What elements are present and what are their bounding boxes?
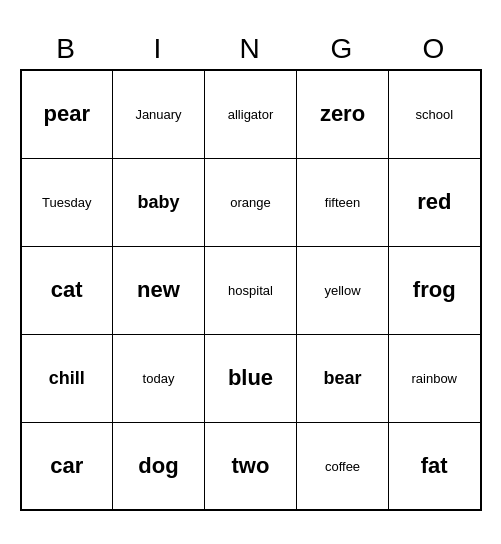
bingo-cell: school bbox=[389, 70, 481, 158]
bingo-cell: today bbox=[113, 334, 205, 422]
cell-text: new bbox=[137, 277, 180, 302]
bingo-cell: coffee bbox=[297, 422, 389, 510]
cell-text: rainbow bbox=[411, 371, 457, 386]
cell-text: alligator bbox=[228, 107, 274, 122]
cell-text: fat bbox=[421, 453, 448, 478]
cell-text: bear bbox=[323, 368, 361, 388]
bingo-cell: orange bbox=[205, 158, 297, 246]
bingo-cell: rainbow bbox=[389, 334, 481, 422]
bingo-cell: car bbox=[21, 422, 113, 510]
table-row: Tuesdaybabyorangefifteenred bbox=[21, 158, 481, 246]
bingo-cell: fat bbox=[389, 422, 481, 510]
bingo-grid: pearJanuaryalligatorzeroschoolTuesdaybab… bbox=[20, 69, 482, 511]
cell-text: hospital bbox=[228, 283, 273, 298]
bingo-cell: cat bbox=[21, 246, 113, 334]
cell-text: frog bbox=[413, 277, 456, 302]
table-row: pearJanuaryalligatorzeroschool bbox=[21, 70, 481, 158]
header-letter: G bbox=[297, 33, 389, 65]
bingo-card: BINGO pearJanuaryalligatorzeroschoolTues… bbox=[20, 33, 482, 511]
header-letter: I bbox=[113, 33, 205, 65]
bingo-cell: new bbox=[113, 246, 205, 334]
cell-text: January bbox=[135, 107, 181, 122]
table-row: chilltodaybluebearrainbow bbox=[21, 334, 481, 422]
bingo-cell: Tuesday bbox=[21, 158, 113, 246]
cell-text: dog bbox=[138, 453, 178, 478]
bingo-cell: bear bbox=[297, 334, 389, 422]
cell-text: fifteen bbox=[325, 195, 360, 210]
bingo-cell: hospital bbox=[205, 246, 297, 334]
cell-text: today bbox=[143, 371, 175, 386]
bingo-cell: red bbox=[389, 158, 481, 246]
bingo-cell: zero bbox=[297, 70, 389, 158]
cell-text: car bbox=[50, 453, 83, 478]
bingo-cell: January bbox=[113, 70, 205, 158]
cell-text: chill bbox=[49, 368, 85, 388]
bingo-cell: fifteen bbox=[297, 158, 389, 246]
bingo-cell: two bbox=[205, 422, 297, 510]
cell-text: orange bbox=[230, 195, 270, 210]
header-letter: B bbox=[21, 33, 113, 65]
bingo-cell: alligator bbox=[205, 70, 297, 158]
cell-text: pear bbox=[44, 101, 90, 126]
bingo-cell: baby bbox=[113, 158, 205, 246]
cell-text: cat bbox=[51, 277, 83, 302]
cell-text: zero bbox=[320, 101, 365, 126]
table-row: cardogtwocoffeefat bbox=[21, 422, 481, 510]
bingo-cell: frog bbox=[389, 246, 481, 334]
cell-text: coffee bbox=[325, 459, 360, 474]
cell-text: Tuesday bbox=[42, 195, 91, 210]
cell-text: red bbox=[417, 189, 451, 214]
cell-text: school bbox=[415, 107, 453, 122]
header-letter: O bbox=[389, 33, 481, 65]
bingo-header: BINGO bbox=[21, 33, 481, 65]
table-row: catnewhospitalyellowfrog bbox=[21, 246, 481, 334]
cell-text: two bbox=[232, 453, 270, 478]
bingo-cell: pear bbox=[21, 70, 113, 158]
bingo-cell: yellow bbox=[297, 246, 389, 334]
cell-text: blue bbox=[228, 365, 273, 390]
bingo-cell: blue bbox=[205, 334, 297, 422]
cell-text: baby bbox=[137, 192, 179, 212]
bingo-cell: dog bbox=[113, 422, 205, 510]
header-letter: N bbox=[205, 33, 297, 65]
bingo-cell: chill bbox=[21, 334, 113, 422]
cell-text: yellow bbox=[324, 283, 360, 298]
